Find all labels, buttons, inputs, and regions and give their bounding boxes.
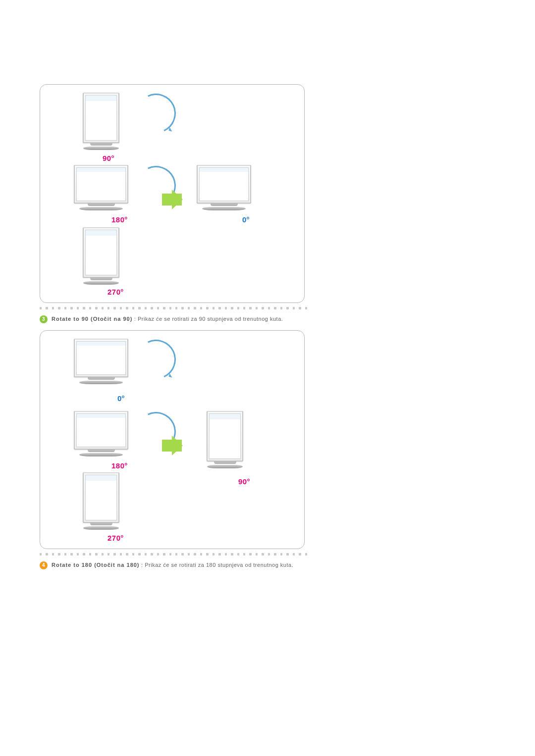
degree-label: 180o	[111, 461, 128, 470]
rotation-diagram: 0o180o270o90o	[40, 330, 305, 549]
instruction-item: 3Rotate to 90 (Otočit na 90) : Prikaz će…	[40, 315, 307, 323]
monitor-illustration	[74, 165, 128, 210]
instruction-text: Rotate to 90 (Otočit na 90) : Prikaz će …	[52, 315, 307, 323]
degree-label: 0o	[117, 394, 125, 403]
degree-label: 270o	[107, 288, 124, 296]
monitor-illustration	[79, 472, 123, 530]
instruction-text: Rotate to 180 (Otočit na 180) : Prikaz ć…	[52, 561, 307, 569]
monitor-illustration	[74, 339, 128, 384]
rotation-arrow-icon	[131, 88, 182, 139]
monitor-illustration	[79, 227, 123, 285]
rotation-diagram: 90o180o270o0o	[40, 84, 305, 303]
arrow-right-icon	[162, 194, 182, 205]
monitor-illustration	[203, 411, 247, 468]
degree-label: 90o	[238, 477, 250, 486]
degree-label: 270o	[107, 534, 124, 542]
degree-label: 90o	[103, 154, 114, 162]
degree-label: 180o	[111, 215, 128, 224]
degree-label: 0o	[242, 215, 250, 224]
monitor-illustration	[197, 165, 251, 210]
arrow-right-icon	[162, 440, 182, 452]
step-number-badge: 3	[40, 315, 48, 323]
divider-dots	[40, 307, 307, 312]
step-number-badge: 4	[40, 561, 48, 569]
divider-dots	[40, 553, 307, 558]
rotation-arrow-icon	[131, 334, 182, 385]
instruction-item: 4Rotate to 180 (Otočit na 180) : Prikaz …	[40, 561, 307, 569]
monitor-illustration	[74, 411, 128, 456]
monitor-illustration	[79, 93, 123, 150]
